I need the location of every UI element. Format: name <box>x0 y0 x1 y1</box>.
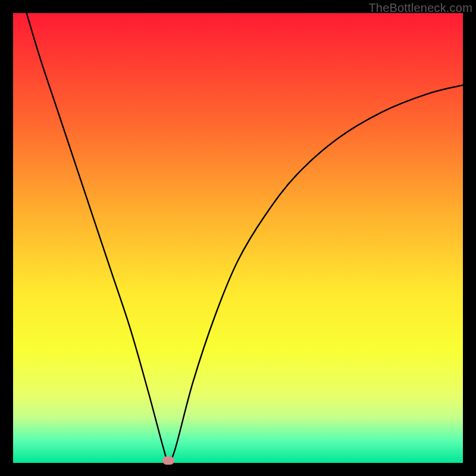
watermark-text: TheBottleneck.com <box>368 1 472 15</box>
chart-plot-area <box>13 13 463 463</box>
minimum-marker <box>162 456 174 465</box>
